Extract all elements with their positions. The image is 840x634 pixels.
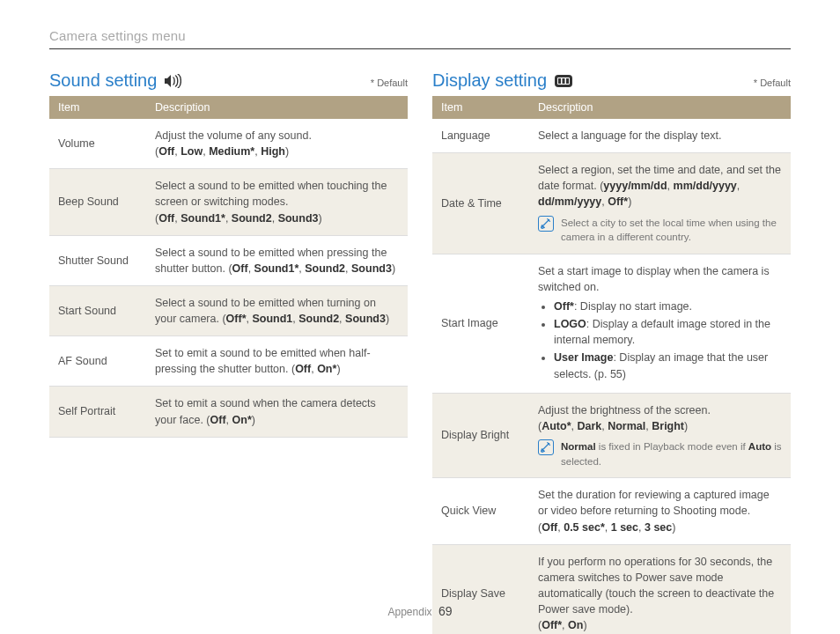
note-icon (538, 439, 554, 455)
table-row: Start Image Set a start image to display… (432, 254, 791, 393)
item-name: Shutter Sound (49, 235, 146, 285)
breadcrumb: Camera settings menu (49, 28, 791, 48)
footer-section: Appendix (388, 606, 432, 618)
list-item: LOGO: Display a default image stored in … (554, 316, 782, 348)
page-number: 69 (438, 604, 453, 618)
svg-rect-2 (558, 78, 561, 84)
item-name: Volume (49, 119, 146, 169)
table-row: Shutter Sound Select a sound to be emitt… (49, 235, 408, 285)
item-name: Start Image (432, 254, 529, 393)
item-desc: Adjust the brightness of the screen. (Au… (529, 393, 791, 478)
display-section-title: Display setting (432, 70, 547, 91)
col-item: Item (49, 96, 146, 119)
table-row: Date & Time Select a region, set the tim… (432, 153, 791, 254)
item-name: Date & Time (432, 153, 529, 254)
display-settings-table: Item Description Language Select a langu… (432, 96, 791, 634)
svg-rect-4 (566, 78, 569, 84)
svg-rect-3 (563, 78, 565, 84)
item-name: Start Sound (49, 285, 146, 335)
item-name: Beep Sound (49, 169, 146, 235)
item-desc: Select a region, set the time and date, … (529, 153, 791, 254)
item-name: Language (432, 119, 529, 153)
item-desc: If you perform no operations for 30 seco… (529, 544, 791, 634)
default-note: * Default (371, 77, 408, 88)
item-desc: Select a language for the display text. (529, 119, 791, 153)
table-row: Quick View Set the duration for reviewin… (432, 478, 791, 544)
item-desc: Set to emit a sound when the camera dete… (146, 387, 408, 437)
item-desc: Select a sound to be emitted when pressi… (146, 235, 408, 285)
note-icon (538, 216, 554, 232)
sound-settings-table: Item Description Volume Adjust the volum… (49, 96, 408, 438)
item-desc: Select a sound to be emitted when turnin… (146, 285, 408, 335)
sound-section-title: Sound setting (49, 70, 157, 91)
sound-setting-section: Sound setting * Default Item Description… (49, 70, 408, 634)
list-item: Off*: Display no start image. (554, 299, 782, 314)
display-icon (554, 74, 573, 88)
table-row: Display Bright Adjust the brightness of … (432, 393, 791, 478)
col-item: Item (432, 96, 529, 119)
item-desc: Set a start image to display when the ca… (529, 254, 791, 393)
item-desc: Adjust the volume of any sound. (Off, Lo… (146, 119, 408, 169)
item-name: AF Sound (49, 336, 146, 387)
item-name: Quick View (432, 478, 529, 544)
item-name: Display Bright (432, 393, 529, 478)
table-row: Beep Sound Select a sound to be emitted … (49, 169, 408, 235)
item-name: Self Portrait (49, 387, 146, 437)
item-desc: Select a sound to be emitted when touchi… (146, 169, 408, 235)
table-row: Start Sound Select a sound to be emitted… (49, 285, 408, 335)
col-desc: Description (146, 96, 408, 119)
item-name: Display Save (432, 544, 529, 634)
divider (49, 48, 791, 49)
table-row: Self Portrait Set to emit a sound when t… (49, 387, 408, 437)
note-text: Normal is fixed in Playback mode even if… (561, 439, 782, 468)
note-text: Select a city to set the local time when… (561, 216, 782, 245)
table-row: AF Sound Set to emit a sound to be emitt… (49, 336, 408, 387)
item-desc: Set to emit a sound to be emitted when h… (146, 336, 408, 387)
table-row: Display Save If you perform no operation… (432, 544, 791, 634)
default-note: * Default (754, 77, 791, 88)
item-desc: Set the duration for reviewing a capture… (529, 478, 791, 544)
table-row: Language Select a language for the displ… (432, 119, 791, 153)
page-footer: Appendix 69 (0, 604, 840, 618)
table-row: Volume Adjust the volume of any sound. (… (49, 119, 408, 169)
list-item: User Image: Display an image that the us… (554, 350, 782, 381)
display-setting-section: Display setting * Default Item Descripti… (432, 70, 791, 634)
sound-icon (164, 74, 181, 88)
col-desc: Description (529, 96, 791, 119)
